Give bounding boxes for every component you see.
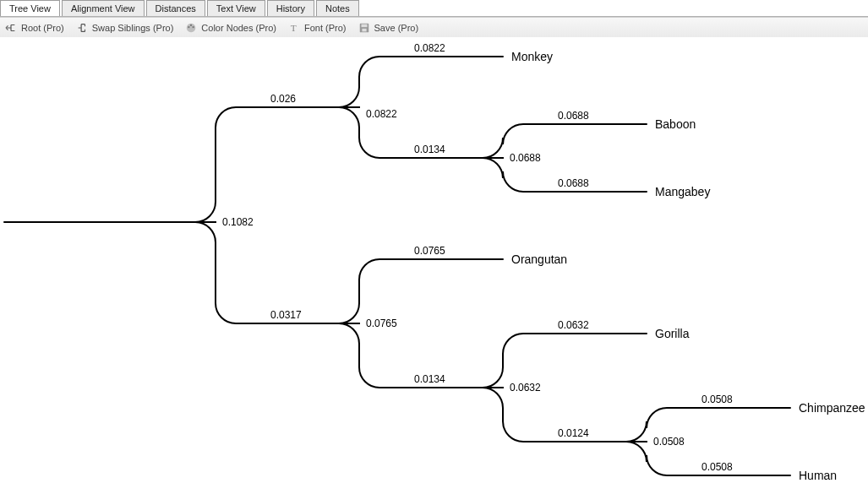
leaf-label: Human	[799, 469, 837, 482]
save-button[interactable]: Save (Pro)	[358, 22, 419, 34]
branch-length-label: 0.026	[270, 93, 296, 105]
tab-alignment-view[interactable]: Alignment View	[62, 0, 145, 16]
internal-node-label: 0.0765	[366, 318, 397, 329]
leaf-label: Baboon	[655, 117, 696, 131]
internal-node-label: 0.0508	[653, 436, 685, 448]
svg-point-1	[190, 24, 192, 26]
internal-node-label: 0.0688	[510, 152, 541, 164]
tab-label: Distances	[156, 3, 196, 14]
branch-length-label: 0.0688	[558, 110, 589, 122]
tree-canvas: 0.10820.0260.08220.0822Monkey0.01340.068…	[0, 37, 868, 494]
leaf-label: Chimpanzee	[799, 401, 865, 415]
save-button-label: Save (Pro)	[374, 23, 419, 33]
branch-length-label: 0.0134	[414, 144, 445, 155]
branch-length-label: 0.0822	[414, 42, 445, 54]
tab-label: Tree View	[9, 3, 51, 14]
tab-text-view[interactable]: Text View	[207, 0, 265, 16]
internal-node-label: 0.1082	[222, 216, 254, 228]
root-button-label: Root (Pro)	[21, 23, 64, 33]
tab-label: Notes	[325, 3, 350, 14]
swap-button-label: Swap Siblings (Pro)	[92, 23, 174, 33]
tab-label: History	[276, 3, 305, 14]
branch-length-label: 0.0317	[270, 309, 302, 321]
tab-label: Text View	[216, 3, 256, 14]
branch-length-label: 0.0632	[558, 319, 589, 331]
tab-bar: Tree View Alignment View Distances Text …	[0, 0, 868, 16]
swap-siblings-button[interactable]: Swap Siblings (Pro)	[76, 22, 174, 34]
font-icon: T	[288, 22, 300, 34]
svg-point-0	[188, 26, 190, 28]
tab-distances[interactable]: Distances	[146, 0, 205, 16]
tab-label: Alignment View	[71, 3, 135, 14]
leaf-label: Mangabey	[655, 185, 710, 198]
branch-length-label: 0.0508	[701, 461, 733, 473]
swap-icon	[76, 22, 88, 34]
branch-length-label: 0.0134	[414, 373, 445, 385]
leaf-label: Gorilla	[655, 327, 690, 340]
svg-text:T: T	[291, 23, 297, 33]
branch-length-label: 0.0688	[558, 177, 589, 189]
svg-rect-6	[362, 29, 366, 32]
palette-icon	[185, 22, 197, 34]
branch-length-label: 0.0765	[414, 245, 445, 257]
tab-notes[interactable]: Notes	[316, 0, 359, 16]
branch-length-label: 0.0124	[558, 427, 589, 439]
svg-point-2	[193, 26, 194, 28]
leaf-label: Orangutan	[511, 252, 567, 266]
internal-node-label: 0.0632	[510, 382, 541, 394]
color-nodes-button[interactable]: Color Nodes (Pro)	[185, 22, 276, 34]
font-button[interactable]: T Font (Pro)	[288, 22, 347, 34]
root-button[interactable]: Root (Pro)	[5, 22, 64, 34]
branch-length-label: 0.0508	[701, 394, 733, 405]
tab-history[interactable]: History	[267, 0, 314, 16]
tab-tree-view[interactable]: Tree View	[0, 0, 60, 16]
root-icon	[5, 22, 17, 34]
phylo-tree-svg: 0.10820.0260.08220.0822Monkey0.01340.068…	[0, 37, 868, 493]
save-icon	[358, 22, 370, 34]
toolbar: Root (Pro) Swap Siblings (Pro) Color Nod…	[0, 17, 868, 39]
color-button-label: Color Nodes (Pro)	[201, 23, 276, 33]
svg-rect-5	[361, 24, 367, 28]
leaf-label: Monkey	[511, 50, 553, 63]
internal-node-label: 0.0822	[366, 108, 397, 120]
font-button-label: Font (Pro)	[304, 23, 347, 33]
